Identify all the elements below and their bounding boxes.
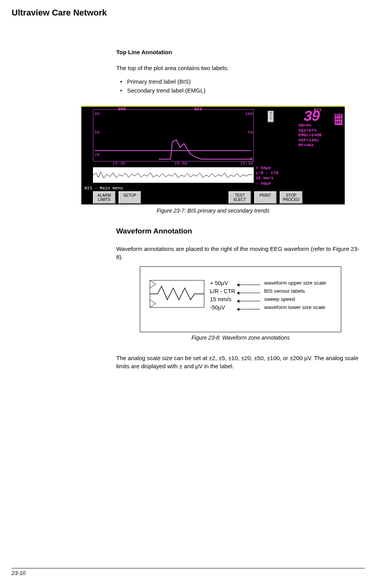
bullet-item: Secondary trend label (EMGL) [116,86,365,95]
stop-proced-button[interactable]: STOPPROCED [280,191,303,204]
ann-lower-scale: -50µV [210,304,235,312]
x-tick: 14:30 [112,161,125,166]
bis-value: 39 [303,108,320,125]
info-line: SR=0% [299,123,322,128]
print-button[interactable]: PRINT [254,191,277,204]
section1-intro: The top of the plot area contains two la… [116,64,365,72]
arrow-left-icon [237,309,260,309]
ann-label: waveform upper size scale [264,279,326,287]
eeg-annotation-column: + 50µV L/R - CTR 15 mm/s - 50µV [256,166,279,186]
ann-sweep-speed: 15 mm/s [210,295,235,304]
arrow-left-icon [237,285,260,285]
y-left-tick: 50 [95,130,100,135]
bis-mode-button[interactable]: BIS [268,111,274,122]
annotation-values-column: + 50µV L/R - CTR 15 mm/s -50µV [210,279,235,312]
section2-heading: Waveform Annotation [116,227,365,235]
arrow-left-icon [237,301,260,301]
y-left-tick: 80 [95,112,100,116]
bis-alarm-off-badge: BISALMOFF [335,114,342,125]
bis-info-column: SR=0% SQI=97% EMGL=24dB SEF=13Hz MF=4Hz [299,123,322,148]
y-left-tick: 20 [95,153,100,157]
test-elect-button[interactable]: TESTELECT [229,191,251,204]
section2-intro: Waveform annotations are placed to the r… [116,245,365,261]
eeg-upper-scale: + 50µV [256,166,279,171]
page-number: 23-10 [12,570,26,576]
ann-upper-scale: + 50µV [210,279,235,287]
eeg-waveform-strip [93,167,254,183]
annotation-arrows [236,281,263,313]
y-right-tick: 100 [245,112,253,116]
ann-sensor-label: L/R - CTR [210,287,235,295]
alarm-limits-button[interactable]: ALARMLIMITS [93,191,115,204]
figure-23-8: + 50µV L/R - CTR 15 mm/s -50µV waveform … [140,266,341,332]
ann-label: BIS sensor labels [264,287,326,295]
figure-23-7-caption: Figure 23-7: BIS primary and secondary t… [81,208,345,214]
page-footer: 23-10 [12,568,365,576]
figure-23-8-caption: Figure 23-8: Waveform zone annotations [140,335,341,341]
info-line: SQI=97% [299,128,322,133]
info-line: MF=4Hz [299,143,322,148]
menu-title: BIS - Main menu [84,186,123,191]
bis-trend-spike [159,138,254,163]
eeg-sensor-label: L/R - CTR [256,171,279,176]
figure-23-7: EMG BIS 80 50 20 100 50 0 14:30 15:00 15… [81,106,345,204]
ann-label: waveform lower size scale [264,304,326,312]
bis-monitor-screenshot: EMG BIS 80 50 20 100 50 0 14:30 15:00 15… [81,106,345,204]
eeg-lower-scale: - 50µV [256,181,279,186]
arrow-left-icon [237,293,260,293]
ann-label: sweep speed [264,295,326,304]
section1-heading: Top Line Annotation [116,49,365,55]
info-line: EMGL=24dB [299,133,322,138]
bullet-item: Primary trend label (BIS) [116,77,365,86]
eeg-sweep-speed: 15 mm/s [256,176,279,181]
y-right-tick: 50 [248,130,253,135]
page-title: Ultraview Care Network [12,8,365,18]
info-line: SEF=13Hz [299,138,322,143]
waveform-icon [148,278,206,309]
annotation-labels-column: waveform upper size scale BIS sensor lab… [264,279,326,312]
setup-button[interactable]: SETUP [119,191,141,204]
closing-paragraph: The analog scale size can be set at ±2, … [116,354,365,370]
